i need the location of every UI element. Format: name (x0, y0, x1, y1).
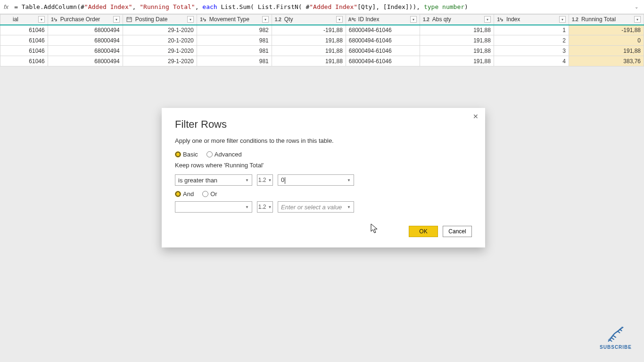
keep-rows-label: Keep rows where 'Running Total' (175, 162, 472, 169)
type-select-1[interactable]: 1.2 ▼ (257, 174, 273, 186)
svg-line-5 (612, 338, 614, 339)
table-cell[interactable]: 68000494-61046 (346, 56, 420, 66)
column-filter-icon[interactable]: ▾ (410, 16, 417, 23)
radio-advanced[interactable]: Advanced (206, 151, 242, 158)
table-cell[interactable]: 191,88 (272, 35, 346, 46)
svg-line-6 (614, 336, 616, 337)
filter-rows-dialog: ✕ Filter Rows Apply one or more filter c… (162, 108, 485, 247)
table-cell[interactable]: 68000494 (48, 25, 123, 35)
column-filter-icon[interactable]: ▾ (336, 16, 343, 23)
column-header[interactable]: 1.2Running Total▾ (569, 15, 644, 25)
table-cell[interactable]: -191,88 (272, 25, 346, 35)
table-cell[interactable]: 1 (494, 25, 569, 35)
svg-line-8 (619, 329, 621, 331)
table-cell[interactable]: 29-1-2020 (123, 25, 197, 35)
formula-bar: fx = Table.AddColumn(#"Added Index", "Ru… (0, 0, 644, 14)
table-cell[interactable]: 3 (494, 46, 569, 56)
column-header-label: Abs qty (432, 16, 482, 23)
fx-icon: fx (4, 3, 8, 10)
dialog-buttons: OK Cancel (175, 226, 472, 237)
radio-and[interactable]: And (175, 190, 194, 197)
chevron-down-icon: ▼ (245, 205, 249, 209)
column-header[interactable]: Posting Date▾ (123, 15, 197, 25)
table-cell[interactable]: 2 (494, 35, 569, 46)
formula-dropdown-icon[interactable]: ⌄ (633, 4, 640, 9)
column-header[interactable]: 1²₃Movement Type▾ (197, 15, 272, 25)
table-cell[interactable]: 191,88 (272, 56, 346, 66)
table-cell[interactable]: 191,88 (420, 25, 494, 35)
column-filter-icon[interactable]: ▾ (38, 16, 45, 23)
mode-radio-row: Basic Advanced (175, 151, 472, 158)
chevron-down-icon: ▼ (245, 178, 249, 182)
column-header[interactable]: 1.2Abs qty▾ (420, 15, 494, 25)
table-cell[interactable]: 68000494 (48, 35, 123, 46)
column-header[interactable]: ial▾ (0, 15, 48, 25)
value-input-1[interactable]: 0 ▼ (278, 174, 354, 186)
table-cell[interactable]: 981 (197, 56, 272, 66)
table-cell[interactable]: 191,88 (420, 35, 494, 46)
table-cell[interactable]: 383,76 (569, 56, 644, 66)
table-cell[interactable]: 191,88 (569, 46, 644, 56)
table-row[interactable]: 610466800049429-1-2020982-191,8868000494… (0, 25, 644, 35)
table-row[interactable]: 610466800049429-1-2020981191,8868000494-… (0, 46, 644, 56)
table-cell[interactable]: 29-1-2020 (123, 56, 197, 66)
table-cell[interactable]: 191,88 (420, 46, 494, 56)
radio-or-label: Or (210, 190, 217, 197)
type-select-2[interactable]: 1.2 ▼ (257, 201, 273, 213)
table-cell[interactable]: -191,88 (569, 25, 644, 35)
table-cell[interactable]: 61046 (0, 56, 48, 66)
dialog-title: Filter Rows (175, 118, 472, 131)
table-cell[interactable]: 68000494 (48, 46, 123, 56)
table-cell[interactable]: 0 (569, 35, 644, 46)
table-cell[interactable]: 29-1-2020 (123, 46, 197, 56)
table-cell[interactable]: 981 (197, 46, 272, 56)
chevron-down-icon: ▼ (347, 205, 351, 209)
column-filter-icon[interactable]: ▾ (262, 16, 269, 23)
column-filter-icon[interactable]: ▾ (484, 16, 491, 23)
column-filter-icon[interactable]: ▾ (113, 16, 120, 23)
column-filter-icon[interactable]: ▾ (634, 16, 641, 23)
column-header[interactable]: 1²₃Purchase Order▾ (48, 15, 123, 25)
table-cell[interactable]: 20-1-2020 (123, 35, 197, 46)
table-row[interactable]: 610466800049420-1-2020981191,8868000494-… (0, 35, 644, 46)
column-filter-icon[interactable]: ▾ (187, 16, 194, 23)
subscribe-badge: SUBSCRIBE (600, 327, 632, 350)
table-cell[interactable]: 982 (197, 25, 272, 35)
table-cell[interactable]: 191,88 (420, 56, 494, 66)
table-cell[interactable]: 4 (494, 56, 569, 66)
table-cell[interactable]: 68000494-61046 (346, 25, 420, 35)
table-cell[interactable]: 61046 (0, 35, 48, 46)
value-input-2[interactable]: Enter or select a value ▼ (278, 201, 354, 213)
table-cell[interactable]: 61046 (0, 25, 48, 35)
cancel-button[interactable]: Cancel (443, 226, 472, 237)
radio-or[interactable]: Or (202, 190, 217, 197)
radio-basic[interactable]: Basic (175, 151, 198, 158)
operator-select-1-value: is greater than (178, 177, 217, 184)
column-header[interactable]: AᴮcID Index▾ (346, 15, 420, 25)
operator-select-1[interactable]: is greater than ▼ (175, 174, 252, 186)
column-header[interactable]: 1.2Qty▾ (272, 15, 346, 25)
formula-text[interactable]: = Table.AddColumn(#"Added Index", "Runni… (14, 3, 633, 10)
svg-line-4 (610, 340, 611, 341)
operator-select-2[interactable]: ▼ (175, 201, 252, 213)
column-header-label: Qty (284, 16, 334, 23)
table-cell[interactable]: 68000494-61046 (346, 35, 420, 46)
table-cell[interactable]: 68000494 (48, 56, 123, 66)
column-header[interactable]: 1²₃Index▾ (494, 15, 569, 25)
table-cell[interactable]: 61046 (0, 46, 48, 56)
close-icon[interactable]: ✕ (471, 112, 480, 121)
column-header-label: Index (506, 16, 557, 23)
table-row[interactable]: 610466800049429-1-2020981191,8868000494-… (0, 56, 644, 66)
chevron-down-icon: ▼ (347, 178, 351, 182)
ok-button[interactable]: OK (409, 226, 438, 237)
table-cell[interactable]: 68000494-61046 (346, 46, 420, 56)
table-cell[interactable]: 191,88 (272, 46, 346, 56)
radio-advanced-label: Advanced (215, 151, 242, 158)
condition-row-1: is greater than ▼ 1.2 ▼ 0 ▼ (175, 174, 472, 186)
column-filter-icon[interactable]: ▾ (559, 16, 566, 23)
column-header-label: Posting Date (135, 16, 185, 23)
table-cell[interactable]: 981 (197, 35, 272, 46)
svg-rect-0 (127, 17, 132, 22)
column-header-label: Movement Type (209, 16, 260, 23)
data-grid: ial▾1²₃Purchase Order▾Posting Date▾1²₃Mo… (0, 14, 644, 66)
